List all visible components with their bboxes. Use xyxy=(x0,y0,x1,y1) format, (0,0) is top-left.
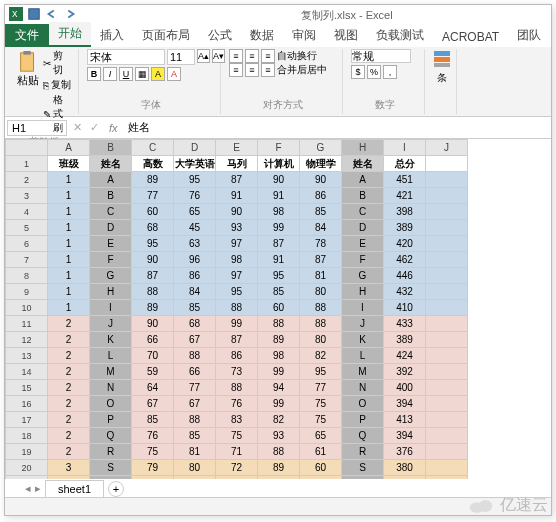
cell[interactable]: 2 xyxy=(48,364,90,380)
cell[interactable]: K xyxy=(90,332,132,348)
tab-acrobat[interactable]: ACROBAT xyxy=(433,27,508,47)
cell[interactable]: 班级 xyxy=(48,156,90,172)
cell[interactable]: 88 xyxy=(216,300,258,316)
cell[interactable]: 3 xyxy=(48,476,90,480)
border-button[interactable]: ▦ xyxy=(135,67,149,81)
format-painter-button[interactable]: ✎格式刷 xyxy=(43,93,72,135)
cell[interactable]: 97 xyxy=(216,268,258,284)
cell[interactable]: 99 xyxy=(258,396,300,412)
cell[interactable]: 89 xyxy=(132,172,174,188)
cell[interactable]: 83 xyxy=(132,476,174,480)
sheet-nav-prev-icon[interactable]: ◂ xyxy=(25,482,31,495)
cell[interactable]: 98 xyxy=(258,348,300,364)
cell[interactable]: 87 xyxy=(258,236,300,252)
cell[interactable] xyxy=(426,396,468,412)
cell[interactable]: 88 xyxy=(300,300,342,316)
cell[interactable]: 计算机 xyxy=(258,156,300,172)
cell[interactable]: 420 xyxy=(384,236,426,252)
formula-bar[interactable]: 姓名 xyxy=(124,119,551,136)
cell[interactable]: B xyxy=(342,188,384,204)
cell[interactable] xyxy=(426,172,468,188)
row-header[interactable]: 9 xyxy=(6,284,48,300)
cell[interactable] xyxy=(426,220,468,236)
cell[interactable]: 87 xyxy=(216,332,258,348)
cell[interactable] xyxy=(426,252,468,268)
cell[interactable]: 99 xyxy=(216,316,258,332)
cell[interactable]: 81 xyxy=(300,268,342,284)
cell[interactable]: 380 xyxy=(384,460,426,476)
cell[interactable]: 2 xyxy=(48,348,90,364)
cell[interactable]: 84 xyxy=(174,284,216,300)
wrap-text-button[interactable]: 自动换行 xyxy=(277,49,317,63)
cell[interactable]: 432 xyxy=(384,284,426,300)
cell[interactable]: 85 xyxy=(258,284,300,300)
row-header[interactable]: 19 xyxy=(6,444,48,460)
cell[interactable] xyxy=(426,332,468,348)
cell[interactable]: 45 xyxy=(174,220,216,236)
cell[interactable]: 2 xyxy=(48,380,90,396)
cell[interactable]: 95 xyxy=(258,268,300,284)
cell[interactable]: 88 xyxy=(258,316,300,332)
cell[interactable] xyxy=(426,156,468,172)
cell[interactable]: 姓名 xyxy=(342,156,384,172)
cell[interactable]: R xyxy=(90,444,132,460)
cell[interactable]: 马列 xyxy=(216,156,258,172)
row-header[interactable]: 21 xyxy=(6,476,48,480)
merge-button[interactable]: 合并后居中 xyxy=(277,63,327,77)
column-header[interactable]: A xyxy=(48,140,90,156)
cell[interactable]: 76 xyxy=(216,396,258,412)
cell[interactable] xyxy=(426,348,468,364)
cell[interactable]: H xyxy=(90,284,132,300)
column-header[interactable]: J xyxy=(426,140,468,156)
cell[interactable]: 46 xyxy=(174,476,216,480)
cell[interactable]: 1 xyxy=(48,268,90,284)
row-header[interactable]: 10 xyxy=(6,300,48,316)
cell[interactable]: 72 xyxy=(216,460,258,476)
cell[interactable]: 68 xyxy=(174,316,216,332)
cell[interactable]: 77 xyxy=(132,188,174,204)
underline-button[interactable]: U xyxy=(119,67,133,81)
cell[interactable]: 376 xyxy=(384,444,426,460)
tab-data[interactable]: 数据 xyxy=(241,24,283,47)
row-header[interactable]: 8 xyxy=(6,268,48,284)
tab-insert[interactable]: 插入 xyxy=(91,24,133,47)
cell[interactable]: M xyxy=(90,364,132,380)
cell[interactable]: 95 xyxy=(216,284,258,300)
column-header[interactable]: I xyxy=(384,140,426,156)
cell[interactable]: 87 xyxy=(300,476,342,480)
cell[interactable]: 70 xyxy=(132,348,174,364)
cell[interactable]: 68 xyxy=(132,220,174,236)
tab-home[interactable]: 开始 xyxy=(49,22,91,47)
cell[interactable]: 67 xyxy=(132,396,174,412)
cell[interactable]: 88 xyxy=(216,380,258,396)
cell[interactable]: 1 xyxy=(48,300,90,316)
align-mid-icon[interactable]: ≡ xyxy=(245,49,259,63)
cell[interactable]: 90 xyxy=(300,172,342,188)
bold-button[interactable]: B xyxy=(87,67,101,81)
cell[interactable]: 79 xyxy=(132,460,174,476)
cell[interactable]: G xyxy=(90,268,132,284)
cell[interactable]: 67 xyxy=(174,332,216,348)
row-header[interactable]: 13 xyxy=(6,348,48,364)
cell[interactable]: P xyxy=(342,412,384,428)
tab-formulas[interactable]: 公式 xyxy=(199,24,241,47)
cell[interactable]: A xyxy=(90,172,132,188)
cell[interactable]: 87 xyxy=(300,252,342,268)
cell[interactable] xyxy=(426,428,468,444)
cell[interactable]: 389 xyxy=(384,220,426,236)
comma-icon[interactable]: , xyxy=(383,65,397,79)
cell[interactable]: 84 xyxy=(300,220,342,236)
cell[interactable]: Q xyxy=(90,428,132,444)
confirm-icon[interactable]: ✓ xyxy=(86,121,103,134)
row-header[interactable]: 18 xyxy=(6,428,48,444)
cell[interactable]: 2 xyxy=(48,444,90,460)
cell[interactable]: 60 xyxy=(132,204,174,220)
cell[interactable]: 87 xyxy=(216,172,258,188)
cell[interactable]: 2 xyxy=(48,332,90,348)
align-left-icon[interactable]: ≡ xyxy=(229,63,243,77)
number-format-input[interactable] xyxy=(351,49,411,63)
cell[interactable]: M xyxy=(342,364,384,380)
cell[interactable]: 78 xyxy=(300,236,342,252)
cell[interactable]: 91 xyxy=(258,188,300,204)
cell[interactable]: 83 xyxy=(216,412,258,428)
